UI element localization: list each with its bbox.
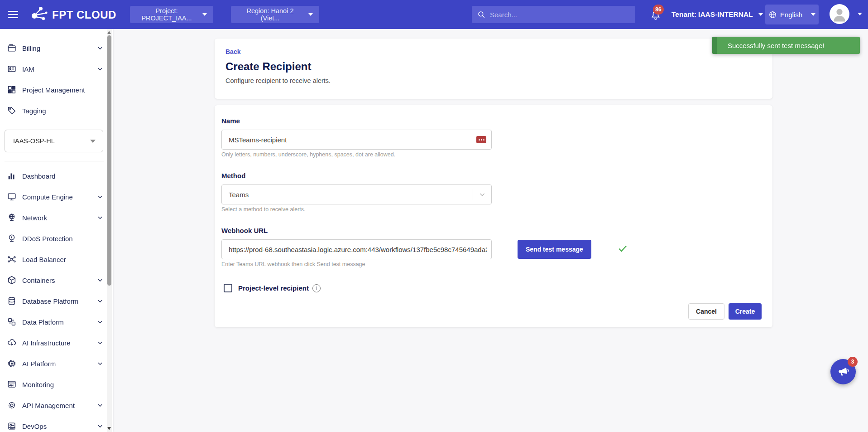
sidebar-item-database-platform[interactable]: Database Platform — [0, 291, 113, 311]
sidebar-item-label: Compute Engine — [22, 193, 97, 201]
chevron-down-icon — [97, 194, 103, 200]
tenant-selector[interactable]: Tenant: IAAS-INTERNAL — [671, 0, 763, 29]
box-icon — [7, 275, 17, 285]
chevron-down-icon — [97, 360, 103, 367]
sidebar-item-label: Network — [22, 214, 97, 222]
sidebar-item-label: AI Infrastructure — [22, 339, 97, 347]
cloud-arrow-icon — [7, 338, 17, 348]
chevron-down-icon — [473, 191, 491, 198]
user-menu[interactable] — [830, 4, 862, 24]
sidebar: Billing IAM Project Management — [0, 29, 113, 432]
avatar — [830, 4, 849, 24]
id-card-icon — [7, 64, 17, 74]
chip-icon — [7, 359, 17, 369]
sidebar-item-label: Monitoring — [22, 381, 103, 388]
sidebar-item-ddos-protection[interactable]: DDoS Protection — [0, 228, 113, 249]
name-input[interactable] — [221, 130, 492, 150]
sidebar-item-label: Data Platform — [22, 318, 97, 326]
name-helper-text: Only letters, numbers, underscore, hyphe… — [221, 151, 762, 158]
project-level-checkbox[interactable] — [224, 284, 232, 292]
wallet-icon — [7, 43, 17, 53]
sidebar-item-label: Load Balancer — [22, 256, 103, 263]
devops-icon — [7, 421, 17, 431]
region-selector[interactable]: Region: Hanoi 2 (Viet... — [231, 6, 319, 23]
workspace-select[interactable]: IAAS-OSP-HL — [5, 130, 103, 152]
sidebar-item-label: API Management — [22, 402, 97, 409]
toast-message: Successfully sent test message! — [717, 42, 824, 49]
global-search — [472, 6, 635, 23]
webhook-field: Webhook URL Send test message Enter Team… — [221, 227, 762, 267]
webhook-helper-text: Enter Teams URL webhook then click Send … — [221, 261, 762, 267]
announcements-fab[interactable]: 3 — [830, 359, 856, 384]
monitor-icon — [7, 192, 17, 202]
globe-icon — [768, 10, 777, 19]
info-icon[interactable]: i — [312, 284, 321, 292]
data-stack-icon — [7, 317, 17, 327]
megaphone-icon — [836, 364, 850, 379]
sidebar-item-billing[interactable]: Billing — [0, 38, 113, 58]
webhook-url-input[interactable] — [221, 239, 492, 259]
sidebar-item-ai-platform[interactable]: AI Platform — [0, 353, 113, 374]
notifications-button[interactable]: 86 — [647, 6, 665, 24]
sidebar-item-tagging[interactable]: Tagging — [0, 100, 113, 121]
sidebar-item-api-management[interactable]: API Management — [0, 395, 113, 416]
toast-notification: Successfully sent test message! — [712, 37, 860, 54]
method-select[interactable]: Teams — [221, 184, 492, 204]
menu-icon[interactable] — [6, 8, 20, 21]
project-selector[interactable]: Project: PROJECT_IAA... — [130, 6, 213, 23]
scroll-down-arrow-icon[interactable] — [107, 427, 111, 430]
main-content: Back Create Recipient Configure recipien… — [113, 29, 868, 432]
globe-stand-icon — [7, 213, 17, 223]
sidebar-item-label: DDoS Protection — [22, 235, 103, 243]
project-level-label: Project-level recipient — [238, 284, 309, 292]
logo-text: FPT CLOUD — [52, 9, 116, 21]
sidebar-item-ai-infrastructure[interactable]: AI Infrastructure — [0, 332, 113, 353]
sidebar-item-data-platform[interactable]: Data Platform — [0, 311, 113, 332]
sidebar-item-project-management[interactable]: Project Management — [0, 79, 113, 100]
toast-accent-bar — [712, 37, 717, 54]
search-input[interactable] — [490, 11, 630, 19]
chevron-down-icon — [758, 13, 763, 16]
sidebar-item-iam[interactable]: IAM — [0, 58, 113, 79]
success-check-icon — [617, 243, 628, 256]
sidebar-item-label: DevOps — [22, 422, 97, 430]
fpt-cloud-logo: FPT CLOUD — [30, 5, 116, 25]
sidebar-item-devops[interactable]: DevOps — [0, 416, 113, 432]
create-button[interactable]: Create — [729, 303, 762, 320]
divider — [5, 161, 104, 161]
form-actions: Cancel Create — [221, 303, 762, 320]
sidebar-item-load-balancer[interactable]: Load Balancer — [0, 249, 113, 270]
language-selector[interactable]: English — [765, 5, 819, 24]
chevron-down-icon — [858, 13, 862, 15]
chevron-down-icon — [97, 277, 103, 283]
webhook-label: Webhook URL — [221, 227, 762, 234]
chevron-down-icon — [97, 402, 103, 408]
sidebar-scrollbar[interactable] — [107, 29, 112, 432]
page-subtitle: Configure recipient to receive alerts. — [225, 77, 762, 84]
molecule-logo-icon — [30, 5, 48, 25]
sidebar-item-monitoring[interactable]: Monitoring — [0, 374, 113, 395]
send-test-message-button[interactable]: Send test message — [518, 240, 591, 259]
chevron-down-icon — [90, 140, 96, 143]
chevron-down-icon — [97, 214, 103, 221]
page-header-card: Back Create Recipient Configure recipien… — [215, 39, 772, 99]
sidebar-item-network[interactable]: Network — [0, 207, 113, 228]
chevron-down-icon — [308, 13, 313, 16]
sidebar-item-label: Billing — [22, 44, 97, 52]
database-icon — [7, 296, 17, 306]
sidebar-item-dashboard[interactable]: Dashboard — [0, 165, 113, 186]
sidebar-item-containers[interactable]: Containers — [0, 270, 113, 291]
back-link[interactable]: Back — [225, 48, 240, 55]
scrollbar-thumb[interactable] — [107, 35, 111, 286]
sidebar-item-compute-engine[interactable]: Compute Engine — [0, 186, 113, 207]
method-field: Method Teams Select a method to receive … — [221, 172, 762, 213]
keyboard-extension-icon[interactable] — [476, 136, 486, 143]
sidebar-item-label: Tagging — [22, 107, 103, 115]
sidebar-item-label: AI Platform — [22, 360, 97, 368]
name-label: Name — [221, 117, 762, 125]
project-level-row: Project-level recipient i — [221, 284, 762, 292]
gear-icon — [7, 400, 17, 410]
name-field: Name Only letters, numbers, underscore, … — [221, 117, 762, 158]
cancel-button[interactable]: Cancel — [688, 303, 724, 320]
scroll-up-arrow-icon[interactable] — [107, 31, 111, 34]
